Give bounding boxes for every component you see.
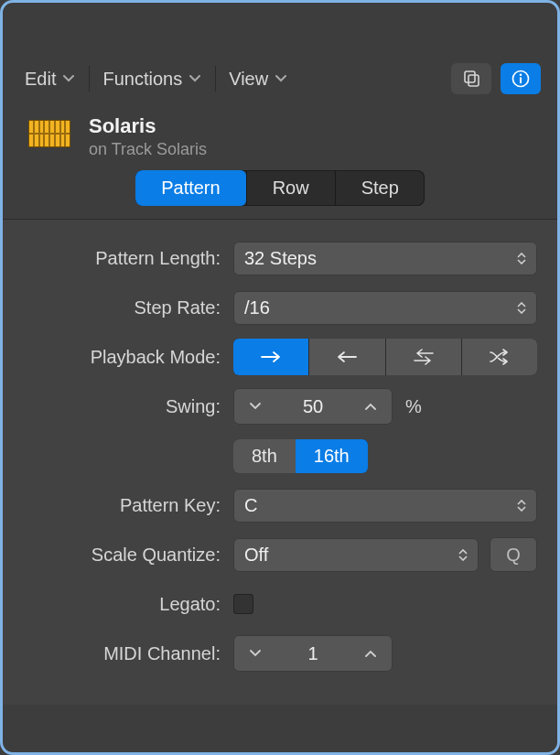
title-block: Solaris on Track Solaris	[89, 114, 207, 159]
playback-mode-label: Playback Mode:	[23, 347, 233, 368]
swing-stepper[interactable]: 50	[233, 388, 393, 425]
pattern-key-value: C	[244, 495, 257, 516]
copy-icon-button[interactable]	[451, 63, 491, 94]
svg-rect-4	[520, 77, 522, 83]
quantize-button[interactable]: Q	[490, 537, 537, 572]
chevron-down-icon	[275, 75, 286, 82]
swing-16th-button[interactable]: 16th	[296, 439, 368, 473]
menu-view-label: View	[229, 69, 268, 90]
swing-increment-button[interactable]	[349, 388, 393, 425]
swing-8th-button[interactable]: 8th	[233, 439, 296, 473]
pattern-length-value: 32 Steps	[244, 248, 317, 269]
tab-pattern[interactable]: Pattern	[135, 170, 245, 206]
quantize-button-label: Q	[506, 545, 521, 566]
midi-channel-stepper[interactable]: 1	[233, 635, 393, 672]
step-rate-select[interactable]: /16	[233, 291, 537, 325]
midi-channel-decrement-button[interactable]	[233, 635, 277, 672]
playback-forward-button[interactable]	[233, 339, 308, 375]
toolbar: Edit Functions View	[3, 54, 557, 103]
pattern-length-label: Pattern Length:	[23, 248, 233, 269]
legato-label: Legato:	[23, 594, 233, 615]
updown-arrows-icon	[517, 253, 526, 264]
pattern-length-select[interactable]: 32 Steps	[233, 242, 537, 275]
swing-decrement-button[interactable]	[233, 388, 277, 425]
midi-channel-value: 1	[277, 643, 349, 664]
svg-point-3	[520, 73, 522, 76]
playback-mode-group	[233, 339, 537, 375]
swing-label: Swing:	[23, 396, 233, 417]
chevron-up-icon	[365, 650, 376, 657]
scale-quantize-value: Off	[244, 545, 268, 566]
chevron-down-icon	[63, 75, 74, 82]
swing-resolution-group: 8th 16th	[233, 439, 368, 473]
copy-icon	[462, 70, 480, 88]
step-rate-value: /16	[244, 297, 270, 318]
legato-checkbox[interactable]	[233, 594, 253, 614]
midi-channel-increment-button[interactable]	[349, 635, 393, 672]
playback-pingpong-button[interactable]	[386, 339, 461, 375]
info-icon	[512, 70, 530, 88]
scale-quantize-select[interactable]: Off	[233, 538, 479, 572]
updown-arrows-icon	[458, 549, 468, 561]
arrow-left-icon	[336, 351, 358, 363]
scope-tabs: Pattern Row Step	[3, 165, 557, 219]
inspector-body: Pattern Length: 32 Steps Step Rate: /16 …	[3, 219, 557, 705]
divider	[89, 66, 90, 92]
pattern-key-select[interactable]: C	[233, 489, 537, 523]
inspector-header: Solaris on Track Solaris	[3, 103, 557, 165]
menu-edit-label: Edit	[25, 69, 56, 90]
region-subtitle: on Track Solaris	[89, 140, 207, 159]
divider	[215, 66, 216, 92]
pattern-key-label: Pattern Key:	[23, 495, 233, 516]
updown-arrows-icon	[517, 500, 526, 512]
chevron-down-icon	[250, 403, 261, 410]
menu-functions-label: Functions	[102, 69, 182, 90]
midi-channel-label: MIDI Channel:	[23, 643, 233, 664]
scale-quantize-label: Scale Quantize:	[23, 545, 233, 566]
menu-edit[interactable]: Edit	[19, 66, 81, 92]
tab-row[interactable]: Row	[247, 170, 335, 206]
chevron-down-icon	[250, 650, 261, 657]
pattern-region-icon	[28, 120, 70, 147]
step-rate-label: Step Rate:	[23, 297, 233, 318]
info-icon-button[interactable]	[501, 63, 541, 94]
swing-percent-label: %	[405, 396, 422, 417]
region-title: Solaris	[89, 114, 207, 138]
shuffle-icon	[489, 349, 511, 365]
playback-backward-button[interactable]	[309, 339, 384, 375]
chevron-down-icon	[189, 75, 200, 82]
swing-value: 50	[277, 396, 349, 417]
svg-rect-0	[465, 71, 475, 82]
arrow-bidirectional-icon	[413, 349, 435, 365]
menu-functions[interactable]: Functions	[97, 66, 208, 92]
chevron-up-icon	[365, 403, 376, 410]
tab-step[interactable]: Step	[336, 170, 425, 206]
svg-rect-1	[468, 75, 479, 86]
updown-arrows-icon	[517, 302, 526, 314]
playback-random-button[interactable]	[462, 339, 537, 375]
arrow-right-icon	[260, 351, 282, 363]
menu-view[interactable]: View	[223, 66, 294, 92]
